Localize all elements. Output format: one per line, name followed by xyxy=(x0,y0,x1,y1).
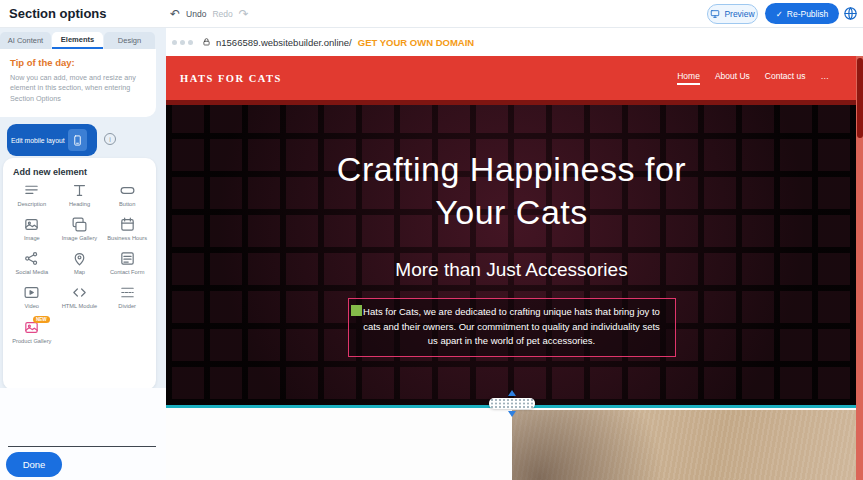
description-icon xyxy=(23,182,40,199)
element-label: Heading xyxy=(69,201,90,208)
site-nav: Home About Us Contact us … xyxy=(677,56,829,100)
add-element-map[interactable]: Map xyxy=(56,250,104,276)
hero-heading[interactable]: Crafting Happiness forYour Cats xyxy=(166,148,857,233)
site-url: n1566589.websitebuilder.online/ xyxy=(216,37,352,48)
tab-label: Elements xyxy=(61,35,94,44)
monitor-icon xyxy=(710,9,720,19)
edit-mobile-layout-button[interactable]: Edit mobile layout xyxy=(7,124,97,156)
section-resize-handle[interactable] xyxy=(489,390,535,417)
globe-language-icon[interactable] xyxy=(843,6,858,21)
element-label: Description xyxy=(18,201,46,208)
arrow-up-icon xyxy=(508,390,516,396)
undo-button[interactable]: Undo xyxy=(186,9,206,19)
redo-button[interactable]: Redo xyxy=(212,9,232,19)
element-label: Map xyxy=(74,269,85,276)
hero-text-box-selected[interactable]: Hats for Cats, we are dedicated to craft… xyxy=(348,298,676,357)
history-controls: ↶ Undo Redo ↷ xyxy=(170,0,249,28)
add-element-business-hours[interactable]: Business Hours xyxy=(103,216,151,242)
element-label: Contact Form xyxy=(110,269,144,276)
map-pin-icon xyxy=(71,250,88,267)
hero-paragraph: Hats for Cats, we are dedicated to craft… xyxy=(363,306,660,346)
tab-label: Design xyxy=(118,36,141,45)
nav-about-us[interactable]: About Us xyxy=(715,71,750,85)
add-element-contact-form[interactable]: Contact Form xyxy=(103,250,151,276)
add-element-image[interactable]: Image xyxy=(8,216,56,242)
html-code-icon xyxy=(71,284,88,301)
button-icon xyxy=(119,182,136,199)
element-label: Video xyxy=(25,303,39,310)
republish-label: Re-Publish xyxy=(787,9,829,19)
next-section-image[interactable] xyxy=(512,410,857,480)
done-label: Done xyxy=(23,459,46,470)
undo-icon[interactable]: ↶ xyxy=(170,8,180,20)
tip-heading: Tip of the day: xyxy=(10,57,146,68)
drag-handle-icon xyxy=(489,398,535,409)
website-preview: HATS FOR CATS Home About Us Contact us …… xyxy=(166,56,857,480)
phone-icon xyxy=(68,129,87,151)
window-control-dots xyxy=(172,40,193,45)
browser-chrome-bar: n1566589.websitebuilder.online/ GET YOUR… xyxy=(166,28,857,56)
element-label: Product Gallery xyxy=(12,338,51,345)
hero-top-band xyxy=(166,100,857,105)
redo-icon[interactable]: ↷ xyxy=(239,8,249,20)
add-element-html-module[interactable]: HTML Module xyxy=(56,284,104,310)
republish-button[interactable]: ✓ Re-Publish xyxy=(765,3,839,24)
add-element-social-media[interactable]: Social Media xyxy=(8,250,56,276)
edit-mobile-label: Edit mobile layout xyxy=(11,137,65,144)
nav-more-icon[interactable]: … xyxy=(821,71,830,85)
add-panel-title: Add new element xyxy=(3,158,156,182)
add-element-heading[interactable]: Heading xyxy=(56,182,104,208)
preview-button[interactable]: Preview xyxy=(707,4,758,24)
get-own-domain-link[interactable]: GET YOUR OWN DOMAIN xyxy=(358,37,474,48)
element-grid: Description Heading Button Image Image G… xyxy=(3,182,156,345)
selection-handle[interactable] xyxy=(351,305,362,316)
preview-scrollbar[interactable] xyxy=(856,56,863,480)
contact-form-icon xyxy=(119,250,136,267)
page-title: Section options xyxy=(9,6,107,21)
new-badge: NEW xyxy=(33,316,50,323)
preview-label: Preview xyxy=(724,9,754,19)
sidebar-tabs: AI Content Elements Design xyxy=(0,32,156,49)
done-button[interactable]: Done xyxy=(6,452,62,477)
hero-section[interactable]: Crafting Happiness forYour Cats More tha… xyxy=(166,100,857,405)
element-label: Divider xyxy=(118,303,136,310)
tab-ai-content[interactable]: AI Content xyxy=(0,32,51,49)
hero-heading-line1: Crafting Happiness for xyxy=(166,148,857,191)
add-element-video[interactable]: Video xyxy=(8,284,56,310)
site-header: HATS FOR CATS Home About Us Contact us … xyxy=(166,56,857,100)
add-element-button[interactable]: Button xyxy=(103,182,151,208)
info-icon[interactable]: i xyxy=(104,133,116,145)
add-element-image-gallery[interactable]: Image Gallery xyxy=(56,216,104,242)
scrollbar-thumb[interactable] xyxy=(857,58,863,138)
divider-icon xyxy=(119,284,136,301)
hero-heading-line2: Your Cats xyxy=(166,191,857,234)
hero-subheading[interactable]: More than Just Accessories xyxy=(166,259,857,281)
arrow-down-icon xyxy=(508,411,516,417)
social-media-icon xyxy=(23,250,40,267)
lock-icon xyxy=(202,37,211,47)
top-toolbar: Section options ↶ Undo Redo ↷ Preview ✓ … xyxy=(0,0,863,28)
add-element-description[interactable]: Description xyxy=(8,182,56,208)
element-label: Social Media xyxy=(16,269,49,276)
business-hours-icon xyxy=(119,216,136,233)
element-label: Business Hours xyxy=(107,235,147,242)
tip-body: Now you can add, move and resize any ele… xyxy=(10,73,146,104)
nav-contact-us[interactable]: Contact us xyxy=(765,71,806,85)
site-logo[interactable]: HATS FOR CATS xyxy=(180,73,282,84)
image-gallery-icon xyxy=(71,216,88,233)
footer-divider xyxy=(8,446,156,447)
tab-elements[interactable]: Elements xyxy=(52,32,103,49)
add-element-product-gallery[interactable]: NEW Product Gallery xyxy=(8,319,56,345)
tip-of-the-day: Tip of the day: Now you can add, move an… xyxy=(0,49,156,117)
image-icon xyxy=(23,216,40,233)
section-options-sidebar: AI Content Elements Design Tip of the da… xyxy=(0,28,166,480)
element-label: Button xyxy=(119,201,135,208)
tab-label: AI Content xyxy=(8,36,43,45)
element-label: HTML Module xyxy=(62,303,98,310)
add-element-divider[interactable]: Divider xyxy=(103,284,151,310)
heading-icon xyxy=(71,182,88,199)
tab-design[interactable]: Design xyxy=(104,32,155,49)
add-new-element-panel: Add new element Description Heading Butt… xyxy=(3,158,156,390)
nav-home[interactable]: Home xyxy=(677,71,700,85)
video-icon xyxy=(23,284,40,301)
